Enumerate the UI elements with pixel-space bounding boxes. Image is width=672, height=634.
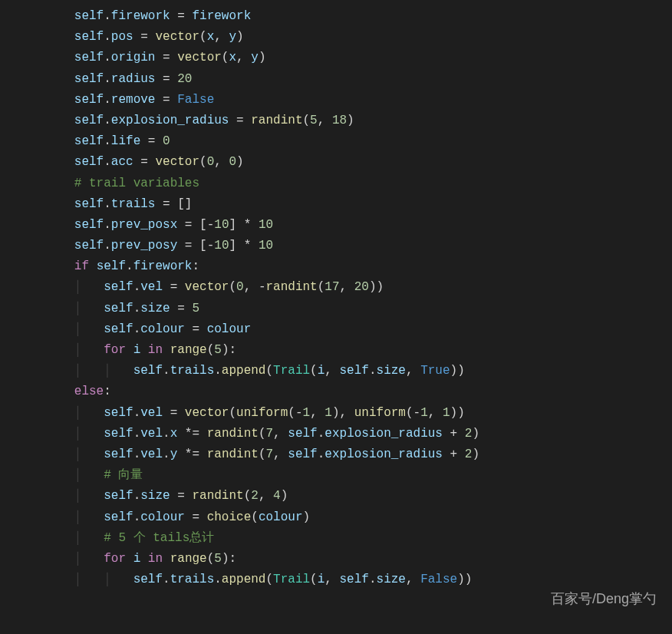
token-attr: colour [140, 322, 185, 336]
token-func: vector [185, 406, 229, 420]
token-op: - [413, 406, 421, 420]
code-line[interactable]: self.explosion_radius = randint(5, 18) [15, 111, 672, 131]
token-var: i [318, 364, 325, 378]
token-bracket: [ [199, 239, 207, 253]
code-line[interactable]: self.prev_posx = [-10] * 10 [15, 215, 672, 236]
token-func: choice [207, 510, 252, 524]
token-func: range [170, 552, 207, 566]
token-paren: ) [222, 552, 229, 566]
token-num: 4 [273, 489, 281, 503]
token-punc: . [163, 427, 170, 441]
token-attr: prev_posy [111, 239, 177, 253]
token-var: i [133, 343, 141, 357]
token-punc: . [318, 427, 325, 441]
code-line[interactable]: else: [15, 381, 672, 402]
token-op: = [163, 406, 185, 420]
code-line[interactable]: self.radius = 20 [15, 69, 672, 90]
token-var: colour [207, 322, 252, 336]
token-kw: if [74, 259, 89, 273]
token-bracket: ] [229, 218, 236, 232]
token-num: 1 [324, 406, 332, 420]
token-punc: . [104, 239, 111, 253]
code-line[interactable]: self.firework = firework [15, 6, 672, 27]
token-op: = [170, 489, 193, 503]
token-punc: : [229, 343, 237, 357]
token-attr: firework [133, 259, 193, 273]
token-op: = [140, 134, 163, 148]
token-self: self [340, 573, 369, 586]
code-line[interactable]: │ for i in range(5): [15, 549, 672, 570]
token-attr: pos [111, 30, 133, 44]
token-attr: trails [170, 364, 215, 378]
indent-guide: │ [74, 364, 104, 378]
token-self: self [133, 573, 163, 586]
indent-guide: │ [74, 531, 104, 545]
indent-guide: │ [74, 489, 104, 503]
code-line[interactable]: self.life = 0 [15, 131, 672, 152]
token-op: = [177, 218, 199, 232]
code-line[interactable]: self.pos = vector(x, y) [15, 27, 672, 48]
token-kw: in [148, 552, 163, 566]
code-line[interactable]: │ self.colour = choice(colour) [15, 507, 672, 528]
code-line[interactable]: │ for i in range(5): [15, 340, 672, 361]
token-punc: . [104, 30, 111, 44]
code-line[interactable]: self.prev_posy = [-10] * 10 [15, 236, 672, 256]
token-num: 7 [266, 427, 274, 441]
token-punc: : [192, 259, 199, 273]
token-num: 2 [465, 427, 473, 441]
token-attr: y [170, 447, 178, 461]
token-func: vector [155, 30, 199, 44]
code-line[interactable]: self.remove = False [15, 90, 672, 111]
code-line[interactable]: # trail variables [15, 173, 672, 194]
token-punc: . [133, 406, 141, 420]
token-attr: remove [111, 93, 156, 107]
code-line[interactable]: │ self.size = randint(2, 4) [15, 486, 672, 507]
token-paren: ( [259, 447, 266, 461]
code-line[interactable]: │ self.size = 5 [15, 299, 672, 319]
token-bracket: ] [229, 239, 236, 253]
token-op: *= [177, 447, 206, 461]
token-attr: size [140, 302, 170, 315]
indent-guide: │ [74, 468, 104, 482]
code-line[interactable]: │ self.colour = colour [15, 319, 672, 340]
code-line[interactable]: │ # 5 个 tails总计 [15, 528, 672, 549]
token-attr: origin [111, 51, 156, 64]
token-attr: vel [140, 280, 163, 294]
code-editor[interactable]: self.firework = firework self.pos = vect… [0, 0, 672, 596]
code-line[interactable]: self.trails = [] [15, 194, 672, 215]
code-line[interactable]: │ self.vel = vector(0, -randint(17, 20)) [15, 277, 672, 298]
token-paren: ( [259, 427, 266, 441]
token-self: self [133, 364, 163, 378]
code-line[interactable]: │ │ self.trails.append(Trail(i, self.siz… [15, 570, 672, 590]
code-line[interactable]: │ self.vel.x *= randint(7, self.explosio… [15, 424, 672, 444]
code-line[interactable]: self.acc = vector(0, 0) [15, 152, 672, 173]
token-num: 10 [259, 239, 273, 253]
token-paren: ( [207, 343, 215, 357]
token-op: = [185, 322, 207, 336]
token-attr: size [140, 489, 170, 503]
token-self: self [104, 427, 133, 441]
code-line[interactable]: self.origin = vector(x, y) [15, 48, 672, 68]
token-punc: . [369, 573, 377, 586]
token-punc: , [236, 51, 251, 64]
token-self: self [74, 197, 104, 211]
token-kwblue: False [420, 573, 457, 586]
token-var: y [251, 51, 259, 64]
code-line[interactable]: │ self.vel.y *= randint(7, self.explosio… [15, 444, 672, 465]
token-op [140, 552, 148, 566]
token-func: vector [177, 51, 222, 64]
token-punc: , [340, 406, 354, 420]
token-op: + [443, 447, 465, 461]
token-attr: life [111, 134, 140, 148]
indent-guide: │ [74, 552, 104, 566]
code-line[interactable]: │ # 向量 [15, 465, 672, 486]
code-line[interactable]: if self.firework: [15, 256, 672, 277]
token-kw: for [104, 552, 126, 566]
code-line[interactable]: │ │ self.trails.append(Trail(i, self.siz… [15, 361, 672, 381]
token-num: 20 [354, 280, 369, 294]
code-line[interactable]: │ self.vel = vector(uniform(-1, 1), unif… [15, 403, 672, 424]
token-op: = [170, 9, 193, 23]
token-paren: ( [265, 364, 273, 378]
token-kw: for [104, 343, 126, 357]
token-comment: # trail variables [74, 177, 199, 190]
